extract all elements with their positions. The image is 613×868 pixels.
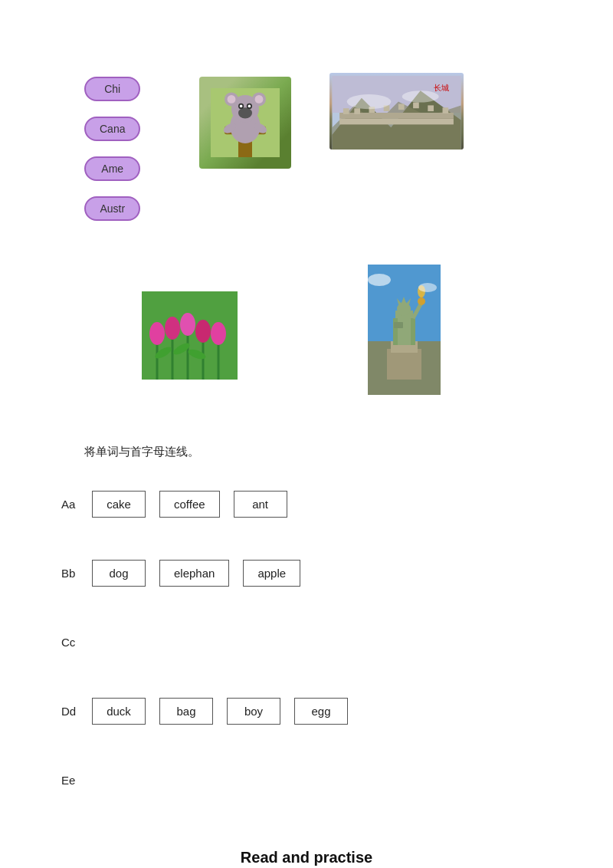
svg-rect-27 [413, 103, 419, 109]
word-duck[interactable]: duck [92, 698, 146, 725]
row-label-aa: Aa [61, 498, 92, 511]
word-boxes-bb: dog elephan apple [92, 560, 300, 587]
instruction-text: 将单词与首字母连线。 [84, 445, 529, 459]
svg-point-63 [368, 274, 391, 286]
label-chi: Chi [84, 77, 140, 101]
word-coffee[interactable]: coffee [159, 491, 220, 518]
svg-point-13 [248, 105, 251, 108]
svg-point-41 [180, 313, 195, 336]
instruction-section: 将单词与首字母连线。 [0, 429, 613, 481]
label-ame: Ame [84, 156, 140, 181]
matching-row-cc: Cc [61, 619, 552, 665]
svg-rect-62 [394, 322, 403, 328]
row-label-dd: Dd [61, 705, 92, 718]
svg-point-8 [255, 95, 264, 104]
greatwall-image: 长城 [329, 73, 464, 150]
label-cana: Cana [84, 117, 140, 141]
label-austr: Austr [84, 196, 140, 221]
svg-point-39 [149, 322, 165, 345]
word-egg[interactable]: egg [294, 698, 348, 725]
svg-point-42 [195, 320, 211, 343]
svg-point-31 [347, 94, 392, 109]
word-apple[interactable]: apple [243, 560, 300, 587]
svg-rect-20 [339, 119, 454, 125]
svg-rect-29 [443, 107, 449, 113]
matching-row-dd: Dd duck bag boy egg [61, 688, 552, 734]
svg-point-12 [240, 105, 243, 108]
svg-point-55 [418, 298, 425, 305]
word-bag[interactable]: bag [159, 698, 213, 725]
svg-text:长城: 长城 [434, 84, 449, 92]
matching-row-ee: Ee [61, 757, 552, 803]
svg-rect-22 [343, 108, 349, 114]
word-ant[interactable]: ant [234, 491, 287, 518]
tulips-image [142, 291, 238, 380]
matching-row-bb: Bb dog elephan apple [61, 550, 552, 596]
row-label-bb: Bb [61, 567, 92, 580]
label-group: Chi Cana Ame Austr [84, 77, 140, 221]
bottom-title: Read and practise [0, 826, 613, 868]
word-cake[interactable]: cake [92, 491, 146, 518]
svg-point-43 [211, 322, 226, 345]
svg-point-32 [402, 90, 439, 102]
svg-rect-53 [411, 318, 415, 345]
svg-rect-49 [387, 349, 421, 380]
svg-point-9 [238, 107, 252, 118]
row-label-cc: Cc [61, 636, 92, 649]
liberty-image [368, 265, 441, 395]
word-boxes-dd: duck bag boy egg [92, 698, 348, 725]
svg-point-40 [165, 317, 180, 340]
word-elephan[interactable]: elephan [159, 560, 229, 587]
matching-section: Aa cake coffee ant Bb dog elephan apple … [0, 481, 613, 803]
svg-point-64 [418, 283, 437, 292]
svg-rect-23 [354, 108, 360, 114]
word-boxes-aa: cake coffee ant [92, 491, 287, 518]
word-boy[interactable]: boy [227, 698, 280, 725]
row-label-ee: Ee [61, 774, 92, 787]
top-section: Chi Cana Ame Austr [0, 0, 613, 429]
svg-point-7 [228, 95, 236, 104]
svg-rect-26 [398, 104, 405, 110]
koala-image [199, 77, 291, 169]
word-dog[interactable]: dog [92, 560, 146, 587]
svg-rect-28 [428, 105, 434, 111]
matching-row-aa: Aa cake coffee ant [61, 481, 552, 527]
